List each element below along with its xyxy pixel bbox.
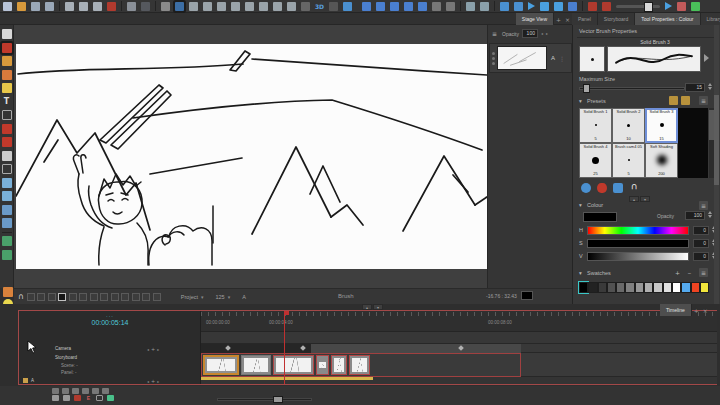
next-brush-arrow-icon[interactable] xyxy=(704,54,709,62)
pencil-tool[interactable] xyxy=(2,56,12,66)
camera-track-controls[interactable]: ◂+▸ xyxy=(147,346,159,352)
chevron-down-icon[interactable]: ▾ xyxy=(201,294,204,300)
current-colour-chip[interactable] xyxy=(521,291,533,300)
eye-icon[interactable] xyxy=(153,293,161,301)
colour-swatch[interactable] xyxy=(700,282,709,293)
colour-swatch[interactable] xyxy=(616,282,625,293)
eraser-tool[interactable] xyxy=(2,83,12,93)
grid-toggle-icon[interactable] xyxy=(69,293,77,301)
update-preset-icon[interactable] xyxy=(681,96,690,105)
copy-icon[interactable] xyxy=(79,2,88,11)
cutter-tool[interactable] xyxy=(2,178,12,188)
brush-preset[interactable]: Solid Brush 3 15 xyxy=(645,108,678,143)
colour-swatch[interactable] xyxy=(691,282,700,293)
storyboard-panel[interactable] xyxy=(273,355,314,375)
duplicate-panel-icon[interactable] xyxy=(376,2,385,11)
playhead[interactable] xyxy=(284,311,285,384)
show-markers-icon[interactable] xyxy=(92,388,99,394)
colour-opacity-stepper[interactable] xyxy=(708,211,712,218)
layer-item[interactable]: A ⋮ xyxy=(489,43,572,73)
paint-tool[interactable] xyxy=(2,124,12,134)
layer-opacity-input[interactable]: 100 xyxy=(522,29,538,38)
drag-drop-icon[interactable] xyxy=(343,2,352,11)
hsv-value-input[interactable]: 0 xyxy=(693,226,709,235)
split-vertical-icon[interactable] xyxy=(245,2,254,11)
colour-collapse-icon[interactable]: ▾ xyxy=(579,202,582,208)
show-sound-icon[interactable] xyxy=(52,388,59,394)
four-three-safety-icon[interactable] xyxy=(48,293,56,301)
new-scene-icon[interactable] xyxy=(404,2,413,11)
colour-swatch[interactable] xyxy=(672,282,681,293)
brush-preset[interactable]: Solid Brush 2 10 xyxy=(612,108,645,143)
drawing-canvas[interactable] xyxy=(16,44,487,269)
colour-swatch[interactable] xyxy=(607,282,616,293)
presets-collapse-icon[interactable]: ▾ xyxy=(579,98,582,104)
colour-opacity-input[interactable]: 100 xyxy=(685,211,705,220)
hsv-slider[interactable] xyxy=(587,252,689,261)
maximum-size-slider-handle[interactable] xyxy=(583,84,590,93)
light-table-icon[interactable] xyxy=(90,293,98,301)
frame-select-tool[interactable] xyxy=(2,164,12,174)
current-colour-preview[interactable] xyxy=(583,212,617,222)
delete-panel-icon[interactable] xyxy=(390,2,399,11)
storyboard-panel[interactable] xyxy=(203,355,239,375)
panel-tab[interactable]: Tool Properties : Colour xyxy=(635,13,700,25)
tab-timeline[interactable]: Timeline xyxy=(660,304,692,316)
add-transition-icon[interactable] xyxy=(52,395,59,401)
cut-icon[interactable] xyxy=(65,2,74,11)
new-project-icon[interactable] xyxy=(3,2,12,11)
swatches-menu-icon[interactable]: ≡ xyxy=(699,268,708,277)
colour-swatch[interactable] xyxy=(579,282,588,293)
storyboard-panel[interactable] xyxy=(316,355,329,375)
layer-transform-tool[interactable] xyxy=(2,218,12,228)
new-view-icon[interactable] xyxy=(259,2,268,11)
hsv-value-input[interactable]: 0 xyxy=(693,252,709,261)
swatches-collapse-icon[interactable]: ▾ xyxy=(579,270,582,276)
zoom-out-icon[interactable] xyxy=(287,2,296,11)
add-bitmap-layer-icon[interactable] xyxy=(2,250,12,260)
colour-swatch[interactable] xyxy=(681,282,690,293)
open-project-icon[interactable] xyxy=(17,2,26,11)
sound-scrubbing-icon[interactable] xyxy=(568,2,577,11)
flag-icon[interactable] xyxy=(102,388,109,394)
colour-swatch[interactable] xyxy=(644,282,653,293)
separator[interactable] xyxy=(582,1,583,11)
presets-menu-icon[interactable]: ≡ xyxy=(699,96,708,105)
brush-preset[interactable]: Solid Brush 4 25 xyxy=(579,143,612,178)
select-tool[interactable] xyxy=(2,29,12,39)
new-preset-icon[interactable] xyxy=(669,96,678,105)
current-tool-icon[interactable] xyxy=(175,2,184,11)
zoom-level-dropdown[interactable]: 125 xyxy=(216,294,225,300)
hsv-slider[interactable] xyxy=(587,226,689,235)
contour-editor-tool[interactable] xyxy=(2,191,12,201)
onion-opacity-slider[interactable] xyxy=(616,5,660,8)
add-vector-layer-icon[interactable] xyxy=(2,236,12,246)
grid-icon[interactable] xyxy=(189,2,198,11)
maximum-size-slider[interactable] xyxy=(579,87,685,90)
camera-view-icon[interactable] xyxy=(329,2,338,11)
split-horizontal-icon[interactable] xyxy=(231,2,240,11)
first-frame-icon[interactable] xyxy=(466,2,475,11)
colour-swatch[interactable] xyxy=(663,282,672,293)
timeline-zoom-handle[interactable] xyxy=(273,396,283,403)
pencil-preview-icon[interactable] xyxy=(142,293,150,301)
separator[interactable] xyxy=(121,1,122,11)
shuttle-icon[interactable] xyxy=(514,2,523,11)
thumbnails-icon[interactable] xyxy=(203,2,212,11)
stats-icon[interactable] xyxy=(691,2,700,11)
maximum-size-stepper[interactable] xyxy=(708,83,712,90)
track-size-icon[interactable] xyxy=(72,388,79,394)
reset-view-icon[interactable] xyxy=(301,2,310,11)
stamp-tool[interactable] xyxy=(2,70,12,80)
maximum-size-input[interactable]: 15 xyxy=(685,83,705,92)
collapse-all-icon[interactable] xyxy=(82,388,89,394)
separator[interactable] xyxy=(2,232,12,233)
storyboard-panel[interactable] xyxy=(349,355,370,375)
rename-panel-icon[interactable] xyxy=(418,2,427,11)
snap-magnet-icon[interactable]: ∩ xyxy=(18,292,24,301)
zoom-in-icon[interactable] xyxy=(273,2,282,11)
close-view-icon[interactable]: × xyxy=(563,13,572,25)
hand-tool[interactable] xyxy=(2,151,12,161)
hsv-slider[interactable] xyxy=(587,239,689,248)
camera-mask-icon[interactable] xyxy=(27,293,35,301)
